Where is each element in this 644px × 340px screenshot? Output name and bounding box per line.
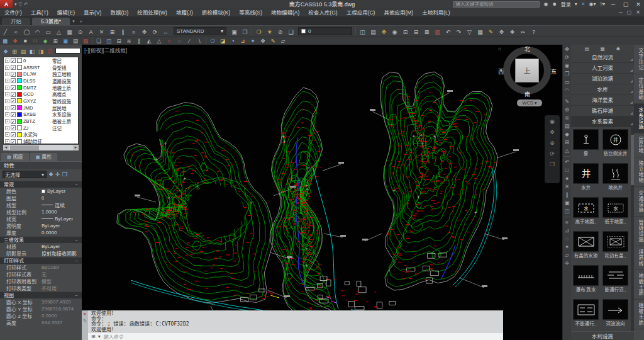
symbol-item[interactable]: 能通行沼..	[601, 263, 630, 297]
grid2-icon[interactable]: ⊞	[565, 140, 569, 145]
toggle-pickadd-icon[interactable]: ❖	[48, 171, 53, 178]
qat-save-icon[interactable]: ▽	[19, 2, 22, 7]
symbol-category[interactable]: 海洋要素	[571, 95, 634, 106]
layer-thaw-icon[interactable]: ☀	[264, 28, 275, 37]
drawing-viewport[interactable]: [-][俯视][二维线框] ⌂ 北 南 西 东 上 WCS▾ ◉ ✥ ⊕ ⟳ ❐…	[82, 45, 562, 340]
collapse-icon[interactable]: −	[75, 292, 78, 298]
expand-icon[interactable]: +	[5, 72, 9, 76]
add-icon[interactable]: ⊕	[565, 107, 569, 113]
expand-icon[interactable]: +	[5, 86, 9, 90]
layer-visibility-checkbox[interactable]: ✓	[11, 112, 16, 117]
expand-icon[interactable]: +	[5, 65, 9, 70]
view-box-icon[interactable]: ❐	[565, 71, 570, 77]
menu-item[interactable]: 检查入库(G)	[304, 8, 341, 17]
sheet-icon[interactable]: ▭	[564, 79, 569, 85]
topographic-map[interactable]	[82, 45, 562, 340]
edit8-icon[interactable]: ▱	[278, 37, 288, 45]
layer-visibility-checkbox[interactable]: ✓	[11, 72, 16, 77]
pool-edge-covered-icon[interactable]	[602, 231, 628, 252]
scroll-left-icon[interactable]: ◄	[3, 145, 9, 150]
property-row[interactable]: 图层0	[0, 195, 82, 201]
property-row[interactable]: 圆心 Z 坐标0.0000	[0, 312, 82, 319]
side-tab[interactable]: 定位基础	[634, 74, 644, 104]
tab-current-drawing[interactable]: 5.3景南*	[32, 18, 70, 25]
pair-icon[interactable]: ∥	[565, 192, 568, 198]
scroll-thumb[interactable]	[10, 145, 39, 150]
wcs-dropdown[interactable]: WCS▾	[517, 99, 542, 106]
side-tab[interactable]: 境界线	[634, 246, 644, 270]
symbol-category[interactable]: 湖泊池塘	[571, 74, 634, 84]
layer-row[interactable]: +✓JMD居民地	[4, 105, 78, 111]
copy-icon[interactable]: ❖	[507, 28, 518, 37]
property-row[interactable]: 打印样式表无	[0, 271, 82, 278]
expand-icon[interactable]: +	[5, 112, 9, 116]
property-row[interactable]: 打印表附着到模型	[0, 278, 82, 285]
property-row[interactable]: 高度694.3537	[0, 319, 82, 326]
symbol-item[interactable]: 水高于地面..	[571, 195, 601, 229]
symbol-category[interactable]: 自然河流	[571, 52, 634, 63]
layer-color-swatch[interactable]	[17, 139, 22, 144]
rect2-icon[interactable]: ▱	[565, 252, 569, 258]
nav-orbit-icon[interactable]: ⟳	[565, 55, 569, 60]
pool-above-icon[interactable]: 水	[573, 197, 599, 218]
symbol-item[interactable]: 地热井	[601, 161, 630, 195]
layer-visibility-checkbox[interactable]: ✓	[11, 92, 16, 97]
layer-visibility-checkbox[interactable]: ✓	[11, 65, 16, 70]
symbol-item[interactable]: 有盖的水池	[571, 229, 601, 263]
symbol-item[interactable]: 泉	[571, 127, 601, 161]
marsh-impassable-icon[interactable]	[573, 299, 599, 320]
oval-icon[interactable]: ◌	[565, 236, 569, 242]
tab-list-dropdown-icon[interactable]: ▾	[72, 19, 75, 24]
layer-row[interactable]: +✓0零层	[4, 57, 78, 64]
property-group-header[interactable]: 三维效果−	[0, 236, 82, 243]
navigation-bar[interactable]: ◉ ✥ ⊕ ⟳ ❐	[545, 115, 560, 183]
viewport-controls-label[interactable]: [-][俯视][二维线框]	[84, 46, 127, 54]
symbol-item[interactable]: 井水井	[571, 161, 601, 195]
layer-row[interactable]: +✓DLSS道路设施	[4, 77, 78, 84]
view-cube[interactable]: ⌂ 北 南 西 东 上 WCS▾	[497, 45, 557, 108]
expand-icon[interactable]: +	[5, 126, 9, 130]
draw9-icon[interactable]: ◌	[174, 37, 184, 45]
property-group-header[interactable]: 常规−	[0, 181, 82, 188]
redraw-icon[interactable]: ▥	[432, 28, 443, 37]
expand-icon[interactable]: +	[5, 132, 9, 137]
pencil-icon[interactable]: ✎	[565, 99, 569, 105]
doc-restore-icon[interactable]: ▢	[627, 9, 632, 15]
expand-icon[interactable]: +	[5, 119, 9, 123]
arc-icon[interactable]: ◠	[32, 28, 43, 37]
undo-icon[interactable]: ↶	[443, 28, 453, 37]
zoom-window-icon[interactable]: ⊡	[400, 28, 411, 37]
menu-item[interactable]: 其他应用(M)	[379, 8, 418, 17]
well-scaled-icon[interactable]: 井	[602, 129, 628, 150]
property-group-header[interactable]: 打印样式−	[0, 257, 82, 264]
draw6-icon[interactable]: ◭	[144, 37, 154, 45]
command-close-icon[interactable]: ✕	[83, 312, 87, 316]
close2-icon[interactable]: ✕	[565, 184, 569, 190]
command-input-row[interactable]: ⊞ ▾ 键入命令	[88, 332, 503, 340]
zoom-extents-icon[interactable]: ⊠	[421, 28, 432, 37]
nav-showmotion-icon[interactable]: ❐	[550, 161, 555, 167]
trim-icon[interactable]: ✂	[518, 28, 528, 37]
viewcube-home-icon[interactable]: ⌂	[498, 46, 501, 52]
draw2-icon[interactable]: ◫	[104, 37, 114, 45]
compass-north[interactable]: 北	[525, 45, 530, 53]
draw1-icon[interactable]: ❏	[94, 37, 104, 45]
scroll-right-icon[interactable]: ►	[73, 145, 79, 150]
expand-icon[interactable]: +	[5, 99, 9, 103]
symbol-category[interactable]: 礁石岸滩	[571, 106, 634, 116]
property-row[interactable]: 透明度ByLayer	[0, 222, 82, 229]
side-tab[interactable]: 地貌土质	[634, 270, 644, 300]
stretch-icon[interactable]: ↔	[160, 28, 171, 37]
layer-row[interactable]: +✓ZJ注记	[4, 125, 78, 132]
frame-icon[interactable]: ◫	[564, 208, 569, 214]
command-window[interactable]: ✕ ✎ 欢迎使用！命令:命令: ; 错误: 函数错误: C:CVTOF32D2欢…	[82, 310, 503, 340]
select-objects-icon[interactable]: ✛	[55, 171, 60, 178]
spring-icon[interactable]	[573, 129, 599, 150]
menu-item[interactable]: 绘图处理(W)	[133, 8, 172, 17]
symbol-category[interactable]: 水系要素	[571, 116, 634, 127]
edit4-icon[interactable]: ⊿	[238, 37, 248, 45]
menu-item[interactable]: 地物编辑(A)	[267, 8, 304, 17]
lines-icon[interactable]: ≡	[565, 220, 569, 225]
redo-icon[interactable]: ↷	[453, 28, 464, 37]
layer-row[interactable]: +✓ASSIST骨架线	[4, 64, 78, 71]
